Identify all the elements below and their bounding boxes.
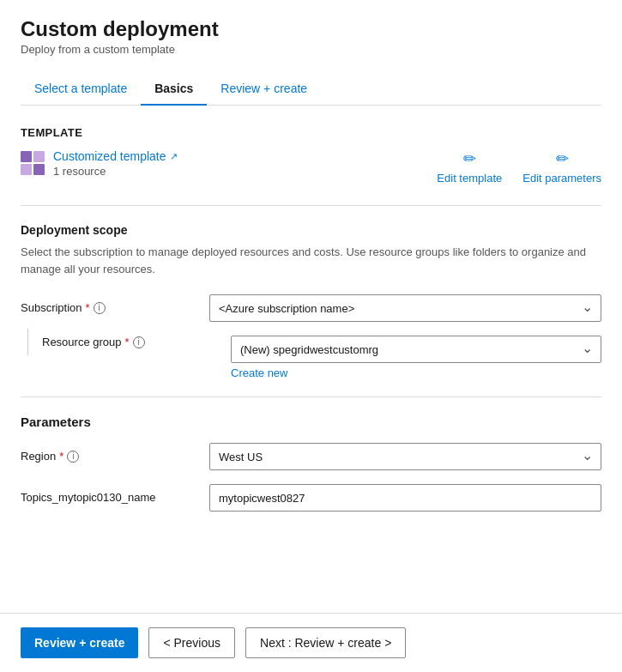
external-link-icon: ↗ <box>170 151 178 162</box>
template-row: Customized template ↗ 1 resource ✏ Edit … <box>21 149 601 185</box>
previous-button[interactable]: < Previous <box>148 627 235 658</box>
tab-basics[interactable]: Basics <box>141 73 207 106</box>
resource-group-label: Resource group * i <box>42 329 231 348</box>
resource-group-select-wrapper: (New) spegridwestcustomrg <box>231 336 601 363</box>
region-info-icon[interactable]: i <box>67 451 79 463</box>
topics-name-control <box>209 484 601 512</box>
subscription-label: Subscription * i <box>21 294 209 314</box>
template-actions: ✏ Edit template ✏ Edit parameters <box>437 149 601 185</box>
page-subtitle: Deploy from a custom template <box>21 43 601 56</box>
tab-review-create[interactable]: Review + create <box>207 73 321 106</box>
resource-group-left: Resource group * i <box>21 336 231 355</box>
edit-parameters-button[interactable]: ✏ Edit parameters <box>522 149 601 185</box>
template-resource-count: 1 resource <box>53 165 178 178</box>
template-name-link[interactable]: Customized template ↗ <box>53 149 178 163</box>
edit-template-button[interactable]: ✏ Edit template <box>437 149 502 185</box>
topics-name-row: Topics_mytopic0130_name <box>21 484 601 512</box>
resource-group-row: Resource group * i (New) spegridwestcust… <box>21 336 601 379</box>
next-button[interactable]: Next : Review + create > <box>245 627 406 658</box>
template-section-label: Template <box>21 126 601 139</box>
region-select[interactable]: West US <box>209 443 601 470</box>
subscription-info-icon[interactable]: i <box>94 302 106 314</box>
create-new-link[interactable]: Create new <box>231 366 601 379</box>
section-divider <box>21 205 601 206</box>
topics-name-label: Topics_mytopic0130_name <box>21 484 209 504</box>
region-row: Region * i West US <box>21 443 601 470</box>
template-info: Customized template ↗ 1 resource <box>21 149 178 178</box>
resource-group-control: (New) spegridwestcustomrg Create new <box>231 336 601 379</box>
subscription-select-wrapper: <Azure subscription name> <box>209 294 601 322</box>
subscription-control: <Azure subscription name> <box>209 294 601 322</box>
tab-bar: Select a template Basics Review + create <box>21 73 601 106</box>
template-icon <box>21 151 45 175</box>
parameters-section-header: Parameters <box>21 415 601 429</box>
deployment-scope-section: Deployment scope Select the subscription… <box>21 223 601 379</box>
deployment-scope-title: Deployment scope <box>21 223 601 237</box>
icon-cell-1 <box>21 151 32 162</box>
subscription-select[interactable]: <Azure subscription name> <box>209 294 601 322</box>
icon-cell-3 <box>21 164 32 175</box>
pencil-icon-parameters: ✏ <box>556 149 569 168</box>
icon-cell-4 <box>33 164 45 175</box>
region-label: Region * i <box>21 443 209 463</box>
pencil-icon-template: ✏ <box>463 149 476 168</box>
parameters-divider <box>21 397 601 397</box>
resource-group-required: * <box>125 336 130 348</box>
template-text-block: Customized template ↗ 1 resource <box>53 149 178 178</box>
template-section: Template Customized template ↗ 1 resourc… <box>21 126 601 185</box>
region-control: West US <box>209 443 601 470</box>
tab-select-template[interactable]: Select a template <box>21 73 141 106</box>
footer-bar: Review + create < Previous Next : Review… <box>0 613 622 672</box>
region-select-wrapper: West US <box>209 443 601 470</box>
review-create-button[interactable]: Review + create <box>21 627 138 658</box>
resource-group-select[interactable]: (New) spegridwestcustomrg <box>231 336 601 363</box>
subscription-row: Subscription * i <Azure subscription nam… <box>21 294 601 322</box>
subscription-required: * <box>86 301 90 314</box>
topics-name-input[interactable] <box>209 484 601 512</box>
icon-cell-2 <box>33 151 45 162</box>
deployment-scope-desc: Select the subscription to manage deploy… <box>21 244 601 277</box>
region-required: * <box>59 450 63 463</box>
page-title: Custom deployment <box>21 17 601 41</box>
resource-group-info-icon[interactable]: i <box>133 336 145 348</box>
parameters-section: Parameters Region * i West US Topics_myt… <box>21 415 601 512</box>
